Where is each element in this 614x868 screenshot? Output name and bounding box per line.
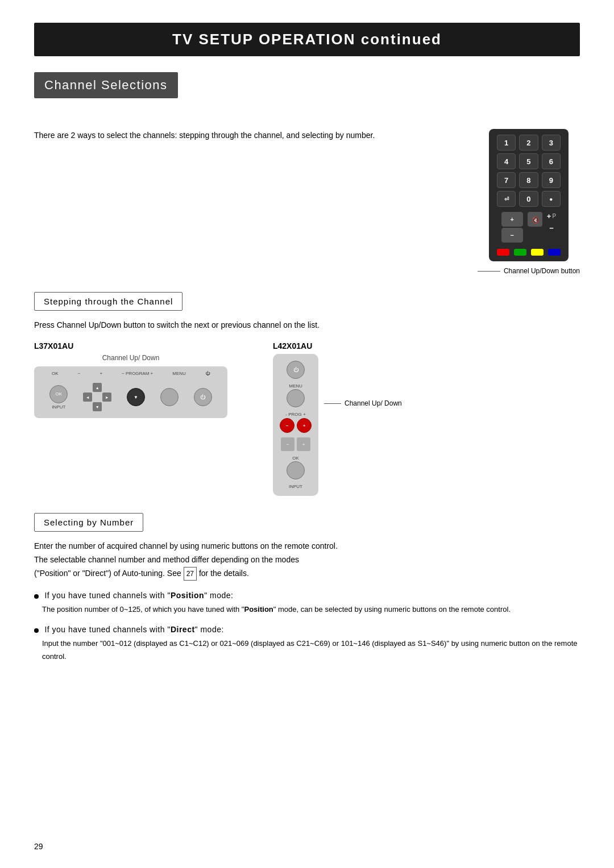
v-prog-text: - PROG +	[285, 412, 305, 417]
bullet-direct-label: If you have tuned channels with "Direct"…	[44, 625, 223, 634]
device-l37: L37X01AU Channel Up/ Down OK − + − PROGR…	[34, 341, 227, 418]
device-l42: L42X01AU ⏻ MENU - PROG + − +	[273, 341, 402, 496]
device-l37-sublabel: Channel Up/ Down	[34, 354, 227, 362]
strip-btn-ch-down: ▼	[127, 388, 145, 406]
strip-btn-power: ⏻	[194, 388, 212, 406]
remote-btn-4: 4	[497, 153, 516, 169]
color-buttons-row	[497, 249, 561, 256]
strip-label-power: ⏻	[205, 371, 210, 376]
remote-btn-ch-up: +	[501, 212, 523, 227]
remote-btn-2: 2	[519, 135, 538, 151]
number-intro: Enter the number of acquired channel by …	[34, 540, 580, 581]
device-l37-label: L37X01AU	[34, 341, 227, 350]
page-number: 29	[34, 842, 43, 851]
strip-nav-cross: ▲ ◄ ► ▼	[83, 383, 111, 411]
bullet-position-section: If you have tuned channels with "Positio…	[34, 591, 580, 616]
strip-btn-menu	[160, 388, 179, 406]
color-btn-red	[497, 249, 509, 256]
device-l42-label: L42X01AU	[273, 341, 402, 350]
number-section-header: Selecting by Number	[34, 513, 143, 532]
v-prog-btn-right: +	[297, 418, 312, 433]
l42-ch-updown-label: Channel Up/ Down	[345, 399, 402, 407]
intro4-text: for the details.	[199, 569, 249, 578]
ref-box: 27	[184, 567, 197, 581]
v-menu-btn	[287, 389, 305, 407]
strip-btn-ok: OK	[49, 385, 68, 403]
remote-strip-l37: OK − + − PROGRAM + MENU ⏻ OK INPUT	[34, 366, 227, 418]
v-input-label: INPUT	[289, 484, 302, 489]
l42-ch-label-line	[324, 403, 341, 404]
v-power-btn: ⏻	[287, 361, 305, 379]
v-prog-area: - PROG + − +	[280, 412, 312, 433]
strip-label-menu: MENU	[172, 371, 186, 376]
number-section: Selecting by Number Enter the number of …	[34, 513, 580, 662]
remote-btn-3: 3	[542, 135, 561, 151]
remote-vertical-l42: ⏻ MENU - PROG + − +	[273, 354, 318, 496]
bullet-direct-body: Input the number "001~012 (displayed as …	[34, 637, 580, 662]
v-ok-label: OK	[292, 456, 299, 461]
v-ok-btn	[287, 461, 305, 479]
ch-updown-label-area: Channel Up/Down button	[478, 267, 580, 275]
remote-btn-8: 8	[519, 172, 538, 188]
remote-btn-p-down: −	[549, 224, 554, 232]
bullet-position-label: If you have tuned channels with "Positio…	[44, 591, 233, 600]
bullet-dot-1	[34, 594, 39, 599]
main-title: TV SETUP OPERATION continued	[34, 23, 580, 56]
v-menu-btn-area: MENU	[287, 383, 305, 407]
bullet-direct-section: If you have tuned channels with "Direct"…	[34, 625, 580, 662]
v-vol-minus: −	[281, 437, 294, 451]
intro3-text: ("Position" or "Direct") of Auto-tuning.…	[34, 569, 181, 578]
v-vol-row: − +	[281, 437, 310, 451]
strip-label-plus: +	[99, 371, 102, 376]
strip-label-program: − PROGRAM +	[122, 371, 153, 376]
color-btn-blue	[548, 249, 561, 256]
remote-btn-dot: ●	[542, 191, 561, 207]
remote-btn-return: ⏎	[497, 191, 516, 207]
step-intro-text: Press Channel Up/Down button to switch t…	[34, 319, 580, 331]
strip-power-btn-area: ⏻	[194, 388, 212, 406]
remote-btn-1: 1	[497, 135, 516, 151]
svg-text:🔇: 🔇	[532, 216, 539, 223]
v-prog-btn-left: −	[280, 418, 294, 433]
bullet-position-body: The position number of 0~125, of which y…	[34, 603, 580, 616]
bullet-direct-title: If you have tuned channels with "Direct"…	[34, 625, 580, 634]
remote-btn-mute: 🔇	[528, 212, 542, 227]
l42-ch-label-area: Channel Up/ Down	[324, 399, 402, 407]
remote-illustration: 1 2 3 4 5 6 7 8 9 ⏎ 0 ● +	[478, 129, 580, 275]
v-ok-area: OK	[287, 456, 305, 479]
ch-updown-label: Channel Up/Down button	[504, 267, 580, 275]
remote-btn-9: 9	[542, 172, 561, 188]
step-section: Stepping through the Channel Press Chann…	[34, 292, 580, 496]
section-header-channel-selections: Channel Selections	[34, 72, 178, 98]
color-btn-yellow	[531, 249, 544, 256]
bullet-dot-2	[34, 628, 39, 633]
strip-menu-btn-area	[160, 388, 179, 406]
color-btn-green	[514, 249, 526, 256]
remote-btn-ch-down: −	[501, 228, 523, 243]
strip-label-input-bottom: INPUT	[52, 404, 65, 410]
strip-prog-btns: ▼	[127, 388, 145, 406]
strip-label-minus: −	[78, 371, 81, 376]
remote-btn-5: 5	[519, 153, 538, 169]
devices-row: L37X01AU Channel Up/ Down OK − + − PROGR…	[34, 341, 580, 496]
remote-btn-7: 7	[497, 172, 516, 188]
remote-btn-0: 0	[519, 191, 538, 207]
v-prog-btns: − +	[280, 418, 312, 433]
bullet-position-title: If you have tuned channels with "Positio…	[34, 591, 580, 600]
remote-btn-p-label: + P	[547, 212, 556, 220]
strip-label-ok: OK	[52, 371, 59, 376]
v-vol-plus: +	[297, 437, 310, 451]
v-menu-label: MENU	[289, 383, 302, 389]
intro-text: There are 2 ways to select the channels:…	[34, 129, 455, 143]
step-section-header: Stepping through the Channel	[34, 292, 182, 311]
remote-btn-6: 6	[542, 153, 561, 169]
